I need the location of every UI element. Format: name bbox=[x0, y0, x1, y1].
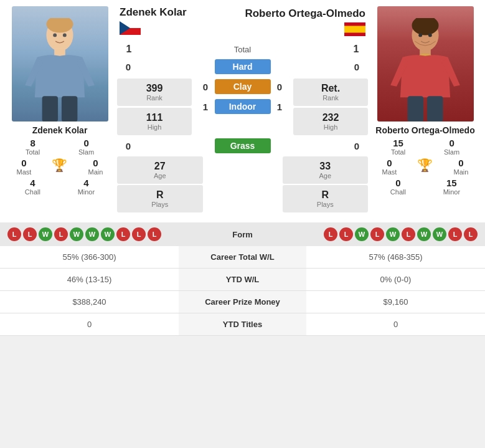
left-stats-row-2: 0 Mast 🏆 0 Main bbox=[6, 158, 113, 176]
left-total-stat: 8 Total bbox=[26, 138, 40, 156]
ytd-titles-label: YTD Titles bbox=[179, 313, 306, 336]
right-form-1: L bbox=[324, 227, 337, 241]
right-total-stat: 15 Total bbox=[391, 138, 405, 156]
right-form-10: L bbox=[464, 227, 478, 241]
left-player-photo bbox=[12, 6, 108, 122]
left-flag bbox=[120, 21, 141, 35]
left-mast-stat: 0 Mast bbox=[17, 158, 32, 176]
left-form-5: W bbox=[70, 227, 83, 241]
left-prize-money: $388,240 bbox=[0, 291, 179, 313]
svg-point-18 bbox=[418, 33, 422, 37]
svg-rect-16 bbox=[407, 96, 423, 122]
total-score-row: 1 Total 1 bbox=[117, 41, 368, 57]
right-ytd-wl: 0% (0-0) bbox=[306, 269, 485, 291]
right-stats-row-1: 15 Total 0 Slam bbox=[372, 138, 479, 156]
right-ytd-titles: 0 bbox=[306, 313, 485, 336]
right-main-stat: 0 Main bbox=[454, 158, 469, 176]
left-middle-stats: 399 Rank 111 High bbox=[117, 79, 192, 135]
right-form-3: W bbox=[355, 227, 369, 241]
left-main-stat: 0 Main bbox=[88, 158, 103, 176]
clay-row: 0 Clay 0 bbox=[194, 77, 291, 96]
right-slam-stat: 0 Slam bbox=[444, 138, 459, 156]
ytd-titles-row: 0 YTD Titles 0 bbox=[0, 313, 485, 336]
right-high-box: 232 High bbox=[293, 108, 368, 135]
right-player-bottom-stats: 15 Total 0 Slam 0 Mast 🏆 bbox=[372, 138, 479, 196]
prize-money-row: $388,240 Career Prize Money $9,160 bbox=[0, 291, 485, 313]
left-chall-stat: 4 Chall bbox=[25, 178, 40, 196]
career-wl-label: Career Total W/L bbox=[179, 246, 306, 269]
ytd-wl-row: 46% (13-15) YTD W/L 0% (0-0) bbox=[0, 269, 485, 291]
plays-row: R Plays R Plays bbox=[117, 185, 368, 212]
right-player-name-top: Roberto Ortega-Olmedo bbox=[245, 7, 365, 36]
svg-rect-11 bbox=[344, 26, 365, 33]
form-label: Form bbox=[232, 230, 253, 239]
left-stats-row-1: 8 Total 0 Slam bbox=[6, 138, 113, 156]
right-form-badges: L L W L W L W W L L bbox=[324, 227, 478, 241]
right-stats-row-2: 0 Mast 🏆 0 Main bbox=[372, 158, 479, 176]
hard-row: 0 Hard 0 bbox=[117, 57, 368, 76]
bottom-stats-table: 55% (366-300) Career Total W/L 57% (468-… bbox=[0, 246, 485, 336]
left-form-3: W bbox=[39, 227, 52, 241]
right-stats-row-3: 0 Chall 15 Minor bbox=[372, 178, 479, 196]
career-wl-row: 55% (366-300) Career Total W/L 57% (468-… bbox=[0, 246, 485, 269]
left-trophy-icon: 🏆 bbox=[52, 158, 67, 176]
right-form-9: L bbox=[448, 227, 462, 241]
right-chall-stat: 0 Chall bbox=[390, 178, 406, 196]
right-middle-stats: Ret. Rank 232 High bbox=[293, 79, 368, 135]
left-form-badges: L L W L W W W L L L bbox=[7, 227, 161, 241]
right-flag bbox=[344, 22, 365, 36]
right-plays-box: R Plays bbox=[283, 185, 369, 212]
left-ytd-wl: 46% (13-15) bbox=[0, 269, 179, 291]
left-ytd-titles: 0 bbox=[0, 313, 179, 336]
svg-point-6 bbox=[62, 33, 66, 37]
right-player-area: Roberto Ortega-Olmedo 15 Total 0 Slam 0 bbox=[372, 6, 479, 212]
left-form-4: L bbox=[54, 227, 68, 241]
left-form-6: W bbox=[85, 227, 99, 241]
clay-indoor-block: 0 Clay 0 1 Indoor 1 bbox=[194, 77, 291, 135]
left-minor-stat: 4 Minor bbox=[78, 178, 95, 196]
form-section: L L W L W W W L L L Form L L W L W L W W… bbox=[0, 222, 485, 246]
indoor-row: 1 Indoor 1 bbox=[194, 97, 291, 116]
right-player-name: Roberto Ortega-Olmedo bbox=[375, 125, 474, 135]
left-career-wl: 55% (366-300) bbox=[0, 246, 179, 269]
top-section: Zdenek Kolar 8 Total 0 Slam 0 Ma bbox=[0, 0, 485, 219]
right-rank-box: Ret. Rank bbox=[293, 79, 368, 106]
ytd-wl-label: YTD W/L bbox=[179, 269, 306, 291]
left-plays-box: R Plays bbox=[117, 185, 203, 212]
left-form-2: L bbox=[23, 227, 37, 241]
left-slam-stat: 0 Slam bbox=[78, 138, 94, 156]
right-form-7: W bbox=[417, 227, 431, 241]
svg-rect-3 bbox=[42, 96, 57, 122]
center-area: Zdenek Kolar Roberto Ortega-Olmedo bbox=[117, 6, 368, 212]
right-form-6: L bbox=[402, 227, 415, 241]
left-stats-row-3: 4 Chall 4 Minor bbox=[6, 178, 113, 196]
right-age-box: 33 Age bbox=[283, 156, 369, 184]
right-career-wl: 57% (468-355) bbox=[306, 246, 485, 269]
surface-scores: 0 Hard 0 399 Rank 111 High bbox=[117, 57, 368, 212]
right-prize-money: $9,160 bbox=[306, 291, 485, 313]
svg-rect-17 bbox=[426, 96, 442, 122]
age-plays-row: 27 Age 33 Age bbox=[117, 156, 368, 184]
left-player-area: Zdenek Kolar 8 Total 0 Slam 0 Ma bbox=[6, 6, 113, 212]
right-trophy-icon: 🏆 bbox=[417, 158, 433, 176]
left-player-bottom-stats: 8 Total 0 Slam 0 Mast 🏆 bbox=[6, 138, 113, 196]
right-form-8: W bbox=[433, 227, 446, 241]
names-flags-row: Zdenek Kolar Roberto Ortega-Olmedo bbox=[117, 6, 368, 40]
left-high-box: 111 High bbox=[117, 108, 192, 135]
left-form-10: L bbox=[148, 227, 161, 241]
left-form-7: W bbox=[101, 227, 115, 241]
right-minor-stat: 15 Minor bbox=[443, 178, 461, 196]
right-form-4: L bbox=[370, 227, 384, 241]
right-player-photo bbox=[377, 6, 474, 122]
right-mast-stat: 0 Mast bbox=[382, 158, 397, 176]
svg-point-5 bbox=[53, 33, 57, 37]
left-rank-box: 399 Rank bbox=[117, 79, 192, 106]
grass-row: 0 Grass 0 bbox=[117, 136, 368, 155]
main-container: Zdenek Kolar 8 Total 0 Slam 0 Ma bbox=[0, 0, 485, 336]
left-form-1: L bbox=[7, 227, 21, 241]
left-player-name-top: Zdenek Kolar bbox=[120, 6, 187, 37]
left-age-box: 27 Age bbox=[117, 156, 203, 184]
svg-point-19 bbox=[428, 33, 431, 37]
prize-money-label: Career Prize Money bbox=[179, 291, 306, 313]
middle-stats-surface-block: 399 Rank 111 High 0 Clay 0 bbox=[117, 77, 368, 135]
